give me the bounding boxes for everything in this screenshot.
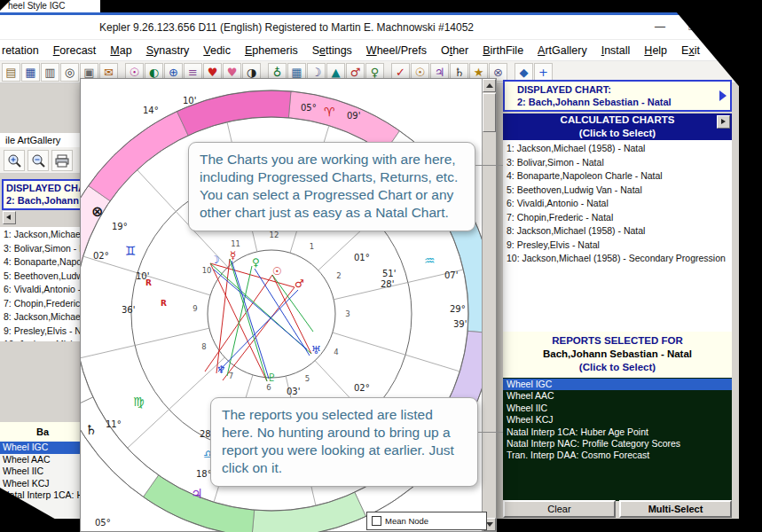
calculated-chart-item[interactable]: 10: Jackson,Michael (1958) - Secondary P… [503, 252, 732, 266]
fragment-toolbar [0, 147, 85, 174]
print-icon[interactable] [51, 150, 73, 171]
calculated-chart-item[interactable]: 6: Vivaldi,Antonio - Natal [503, 197, 732, 211]
house-number: 4 [334, 348, 338, 356]
house-number: 5 [305, 374, 310, 383]
print-icon[interactable]: ▥ [41, 63, 59, 82]
calculated-chart-item[interactable]: 1: Jackson,Michael (1958) - Natal [503, 142, 732, 156]
house-number: 6 [266, 383, 271, 392]
menu-settings[interactable]: Settings [305, 44, 359, 57]
menu-other[interactable]: Other [434, 44, 475, 57]
menu-exit[interactable]: Exit [674, 44, 707, 57]
astro-glyph: ♈ [324, 105, 335, 119]
report-item[interactable]: Wheel IIC [503, 403, 732, 414]
menu-help[interactable]: Help [637, 44, 674, 57]
report-item[interactable]: Wheel IGC [0, 442, 85, 454]
astro-glyph: ♍ [133, 395, 145, 409]
multi-select-button[interactable]: Multi-Select [619, 500, 732, 518]
menu-synastry[interactable]: Synastry [139, 44, 197, 57]
report-item[interactable]: Wheel IGC [503, 379, 732, 390]
report-item[interactable]: Wheel IIC [0, 466, 85, 478]
menu-wheel-prefs[interactable]: Wheel/Prefs [359, 44, 434, 57]
zodiac-band-sector [89, 112, 189, 201]
menu-birthfile[interactable]: BirthFile [475, 44, 530, 57]
fragment-calculated-charts-list: 1: Jackson,Michael (1958) - Natal3: Boli… [0, 227, 85, 341]
calculated-chart-item[interactable]: 5: Beethoven,Ludwig Van - Natal [503, 184, 732, 198]
calculated-chart-item[interactable]: 10: Jackson,Michael (1958) - Secondary P… [0, 338, 85, 341]
displayed-chart-value: 2: Bach,Johann Sebastian - Natal [4, 194, 82, 207]
calculated-charts-title: CALCULATED CHARTS [503, 113, 732, 127]
house-number: 7 [229, 372, 233, 380]
scroll-left-icon[interactable] [3, 211, 16, 224]
calculated-chart-item[interactable]: 4: Bonaparte,Napoleon Charle - Natal [503, 169, 732, 184]
report-item[interactable]: Natal Interp 1CA: Huber Age Point [503, 426, 732, 438]
zoom-tool-icon[interactable]: ◆ [515, 63, 533, 82]
install-plus-icon[interactable]: + [534, 63, 553, 82]
degree-label: 29° [450, 304, 466, 314]
astro-glyph: ☿ [230, 249, 236, 262]
astro-glyph: ☉ [272, 265, 282, 278]
title-bar[interactable]: Kepler 9.26.123.656 D11 (English) Regist… [0, 15, 739, 40]
degree-label: 05° [95, 518, 111, 528]
reports-buttons-row: Clear Multi-Select [503, 500, 732, 518]
fragment-menu-bar[interactable]: ile ArtGallery [0, 133, 90, 147]
reports-header-subject: Bach,Johann Sebastian - Natal [503, 348, 732, 361]
calculated-chart-item[interactable]: 3: Bolivar,Simon - Natal [503, 156, 732, 170]
displayed-chart-box[interactable]: DISPLAYED CHART: 2: Bach,Johann Sebastia… [503, 80, 732, 112]
report-item[interactable]: Tran. Interp DAA: Cosmo Forecast [503, 450, 732, 461]
house-number: 9 [192, 304, 197, 313]
calculated-charts-list: 1: Jackson,Michael (1958) - Natal3: Boli… [503, 140, 732, 333]
report-item[interactable]: Wheel KCJ [503, 414, 732, 426]
menu-forecast[interactable]: Forecast [46, 44, 104, 57]
scroll-right-icon[interactable] [717, 115, 730, 129]
menu-retation[interactable]: retation [0, 44, 46, 57]
menu-map[interactable]: Map [103, 44, 138, 57]
save-chart-icon[interactable]: ▦ [21, 63, 40, 82]
report-item[interactable]: Wheel AAC [0, 454, 85, 466]
calculated-chart-item[interactable]: 1: Jackson,Michael (1958) - Natal [0, 228, 85, 242]
report-item[interactable]: Wheel AAC [503, 390, 732, 402]
house-cusp-line [81, 328, 209, 358]
calculated-chart-item[interactable]: 5: Beethoven,Ludwig Van - Natal [0, 270, 85, 284]
menu-vedic[interactable]: Vedic [196, 44, 238, 57]
clear-button[interactable]: Clear [503, 500, 616, 518]
calculated-chart-item[interactable]: 9: Presley,Elvis - Natal [503, 239, 732, 253]
calculated-chart-item[interactable]: 9: Presley,Elvis - Natal [0, 325, 85, 339]
house-number: 12 [270, 231, 279, 239]
mean-node-box[interactable]: Mean Node [366, 512, 487, 530]
house-number: 8 [201, 342, 206, 351]
calculated-chart-item[interactable]: 8: Jackson,Michael (1958) - Natal [0, 310, 85, 325]
house-number: 11 [231, 239, 240, 248]
calculated-chart-item[interactable]: 7: Chopin,Frederic - Natal [503, 211, 732, 225]
astro-glyph: ⊗ [91, 203, 103, 220]
menu-artgallery[interactable]: ArtGallery [530, 44, 594, 57]
house-cusp-line [333, 332, 460, 372]
scroll-up-icon[interactable] [483, 79, 496, 92]
astro-glyph: ♆ [216, 364, 226, 376]
degree-label: 03' [287, 387, 300, 396]
menu-install[interactable]: Install [594, 44, 638, 57]
scrollbar-thumb[interactable] [483, 93, 496, 132]
zoom-in-icon[interactable] [4, 150, 25, 171]
callout-connector-line [475, 165, 503, 166]
chart-select-arrow-icon[interactable] [719, 90, 727, 101]
camera-icon[interactable]: ◎ [60, 63, 79, 82]
displayed-chart-box-mini[interactable]: DISPLAYED CHART: 2: Bach,Johann Sebastia… [2, 179, 83, 210]
mean-node-label: Mean Node [385, 516, 428, 526]
open-file-icon[interactable]: ▤ [2, 63, 20, 82]
astro-glyph: ♊ [125, 244, 137, 258]
checkbox-icon[interactable] [372, 516, 381, 526]
calculated-chart-item[interactable]: 8: Jackson,Michael (1958) - Natal [503, 224, 732, 239]
degree-label: 05° [301, 103, 317, 113]
calculated-chart-item[interactable]: 7: Chopin,Frederic - Natal [0, 297, 85, 311]
zoom-out-icon[interactable] [27, 150, 49, 171]
report-item[interactable]: Natal Interp NAC: Profile Category Score… [503, 438, 732, 450]
calculated-chart-item[interactable]: 4: Bonaparte,Napoleon Charle - Natal [0, 255, 85, 270]
menu-ephemeris[interactable]: Ephemeris [238, 44, 305, 57]
chart-scrollbar[interactable] [482, 79, 496, 531]
report-item[interactable]: Wheel KCJ [0, 478, 85, 490]
degree-label: 28' [381, 279, 394, 289]
minimize-button[interactable]: — [645, 15, 675, 39]
astro-glyph: R [161, 299, 167, 308]
calculated-chart-item[interactable]: 3: Bolivar,Simon - Natal [0, 242, 85, 256]
calculated-chart-item[interactable]: 6: Vivaldi,Antonio - Natal [0, 283, 85, 297]
